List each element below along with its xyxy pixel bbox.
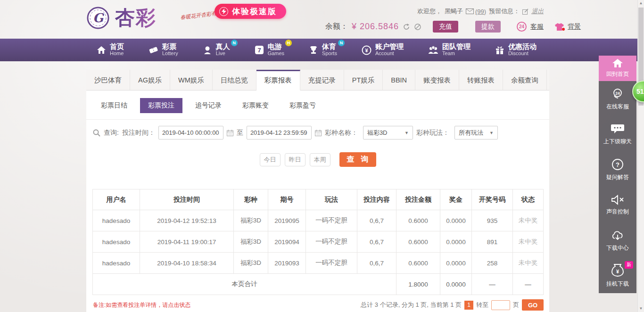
refresh-icon[interactable] <box>403 23 410 31</box>
lightning-icon <box>219 7 228 16</box>
col-bet-time: 投注时间 <box>140 189 234 210</box>
chat-button[interactable]: 上下级聊天 <box>599 116 636 152</box>
status-cell[interactable]: 未中奖 <box>513 253 544 274</box>
report-tabbar: 沙巴体育 AG娱乐 WM娱乐 日结总览 彩票报表 充提记录 PT娱乐 BBIN … <box>86 70 549 90</box>
question-icon: ? <box>611 158 624 171</box>
download-center-button[interactable]: 下载中心 <box>599 222 636 258</box>
subtab-chase-records[interactable]: 追号记录 <box>187 98 230 113</box>
table-row: hadesado 2019-04-10 18:58:34 福彩3D 201909… <box>93 253 544 274</box>
service-24-icon: 24 <box>517 22 527 32</box>
nav-item-team[interactable]: 团队管理Team <box>428 39 477 61</box>
account-icon: ¥ <box>362 45 372 55</box>
speaker-muted-icon <box>611 194 625 205</box>
svg-text:G: G <box>93 11 104 25</box>
customer-service-link[interactable]: 客服 <box>530 23 544 31</box>
subtab-lottery-changes[interactable]: 彩票账变 <box>234 98 277 113</box>
tab-pt[interactable]: PT娱乐 <box>344 70 383 90</box>
nav-item-games[interactable]: 7 电游GamesH <box>255 39 291 61</box>
calendar-icon[interactable] <box>227 130 233 136</box>
table-footer: 备注:如需查看投注单详情，请点击状态 总计 3 个记录, 分为 1 页, 当前第… <box>93 299 544 311</box>
yesterday-button[interactable]: 昨日 <box>285 153 305 166</box>
svg-text:?: ? <box>616 161 619 168</box>
col-username: 用户名 <box>93 189 140 210</box>
headset-24-icon: 24 <box>611 87 624 100</box>
logout-link[interactable]: 退出 <box>531 7 544 16</box>
goto-page-input[interactable] <box>491 300 510 310</box>
start-time-input[interactable] <box>158 126 223 140</box>
nav-badge: N <box>231 40 238 46</box>
sports-icon <box>309 45 318 55</box>
this-week-button[interactable]: 本周 <box>310 153 330 166</box>
nav-item-home[interactable]: 首页Home <box>97 39 131 61</box>
page-number-button[interactable]: 1 <box>464 301 473 310</box>
bet-report-table: 用户名 投注时间 彩种 期号 玩法 投注内容 投注金额 奖金 开奖号码 状态 h… <box>92 189 544 295</box>
today-button[interactable]: 今日 <box>260 153 281 166</box>
lottery-type-select[interactable]: 福彩3D ▼ <box>363 126 413 140</box>
eye-off-icon[interactable] <box>414 23 421 31</box>
edit-icon[interactable] <box>522 8 528 15</box>
col-bet-content: 投注内容 <box>357 189 396 210</box>
tab-lottery-report[interactable]: 彩票报表 <box>256 70 300 90</box>
tab-transfer-report[interactable]: 转账报表 <box>459 70 503 90</box>
end-time-input[interactable] <box>247 126 312 140</box>
logo[interactable]: G 杏彩 春暖花开杏彩有你！ <box>86 5 157 31</box>
notification-dot <box>562 28 565 31</box>
tab-shaba-sports[interactable]: 沙巴体育 <box>86 70 130 90</box>
reserved-info-label: 预留信息： <box>489 7 520 16</box>
table-header-row: 用户名 投注时间 彩种 期号 玩法 投注内容 投注金额 奖金 开奖号码 状态 <box>93 189 544 210</box>
nav-item-sports[interactable]: 体育SportsN <box>309 39 344 61</box>
scroll-up-arrow[interactable]: ▲ <box>638 0 644 7</box>
mail-icon <box>466 8 474 14</box>
play-type-label: 彩种玩法： <box>416 129 449 137</box>
tab-bbin[interactable]: BBIN <box>383 70 415 90</box>
status-cell[interactable]: 未中奖 <box>513 231 544 253</box>
to-label: 至 <box>237 129 243 137</box>
back-home-button[interactable]: 回到首页 <box>599 56 636 81</box>
tab-deposit-records[interactable]: 充提记录 <box>300 70 344 90</box>
speed-version-button[interactable]: 体验极速版 <box>215 4 286 19</box>
sound-control-button[interactable]: 声音控制 <box>599 187 636 222</box>
scrollbar[interactable]: ▲ ▼ <box>637 0 644 312</box>
col-prize: 奖金 <box>440 189 472 210</box>
col-play: 玩法 <box>306 189 357 210</box>
mail-link[interactable]: (99) <box>466 8 486 15</box>
lottery-type-label: 彩种名称： <box>325 129 358 137</box>
svg-text:24: 24 <box>615 90 620 95</box>
summary-label: 本页合计 <box>93 274 396 295</box>
content-panel: 沙巴体育 AG娱乐 WM娱乐 日结总览 彩票报表 充提记录 PT娱乐 BBIN … <box>86 70 549 312</box>
nav-item-account[interactable]: ¥ 账户管理Account <box>362 39 410 61</box>
scroll-down-arrow[interactable]: ▼ <box>638 305 644 312</box>
tab-balance-query[interactable]: 余额查询 <box>503 70 547 90</box>
subtab-lottery-daily[interactable]: 彩票日结 <box>93 98 135 113</box>
search-button[interactable]: 查 询 <box>339 152 376 167</box>
status-cell[interactable]: 未中奖 <box>513 210 544 231</box>
calendar-icon[interactable] <box>315 130 322 136</box>
tab-ag[interactable]: AG娱乐 <box>130 70 170 90</box>
go-button[interactable]: GO <box>522 299 544 311</box>
play-type-select[interactable]: 所有玩法 ▼ <box>454 126 498 140</box>
withdraw-button[interactable]: 提款 <box>475 21 501 33</box>
nav-item-live[interactable]: 真人LiveN <box>203 39 237 61</box>
hangup-download-button[interactable]: 新 ¥ 挂机下载 <box>599 258 636 293</box>
sub-tabbar: 彩票日结 彩票投注 追号记录 彩票账变 彩票盈亏 <box>93 98 549 113</box>
col-bet-amount: 投注金额 <box>396 189 440 210</box>
background-link[interactable]: 背景 <box>568 23 581 31</box>
summary-bet-total: 1.8000 <box>396 274 440 295</box>
subtab-lottery-pnl[interactable]: 彩票盈亏 <box>281 98 324 113</box>
tab-wm[interactable]: WM娱乐 <box>170 70 213 90</box>
nav-item-lottery[interactable]: 彩票Lottery <box>149 39 185 61</box>
balance-bar: 余额： ¥ 206.5846 充值 提款 24 客服 背景 <box>325 21 581 33</box>
quick-filter-row: 今日 昨日 本周 查 询 <box>86 152 549 167</box>
online-service-button[interactable]: 24 在线客服 <box>599 81 636 116</box>
mail-count: (99) <box>475 8 486 15</box>
recharge-button[interactable]: 充值 <box>433 21 458 33</box>
logo-text: 杏彩 <box>115 5 157 31</box>
col-lottery: 彩种 <box>234 189 268 210</box>
nav-badge: N <box>338 40 345 46</box>
tab-account-changes[interactable]: 账变报表 <box>415 70 459 90</box>
subtab-lottery-bets[interactable]: 彩票投注 <box>140 98 182 113</box>
faq-button[interactable]: ? 疑问解答 <box>599 152 636 187</box>
chevron-down-icon: ▼ <box>489 131 494 135</box>
nav-item-discount[interactable]: 优惠活动Discount <box>495 39 543 61</box>
tab-daily-overview[interactable]: 日结总览 <box>213 70 256 90</box>
